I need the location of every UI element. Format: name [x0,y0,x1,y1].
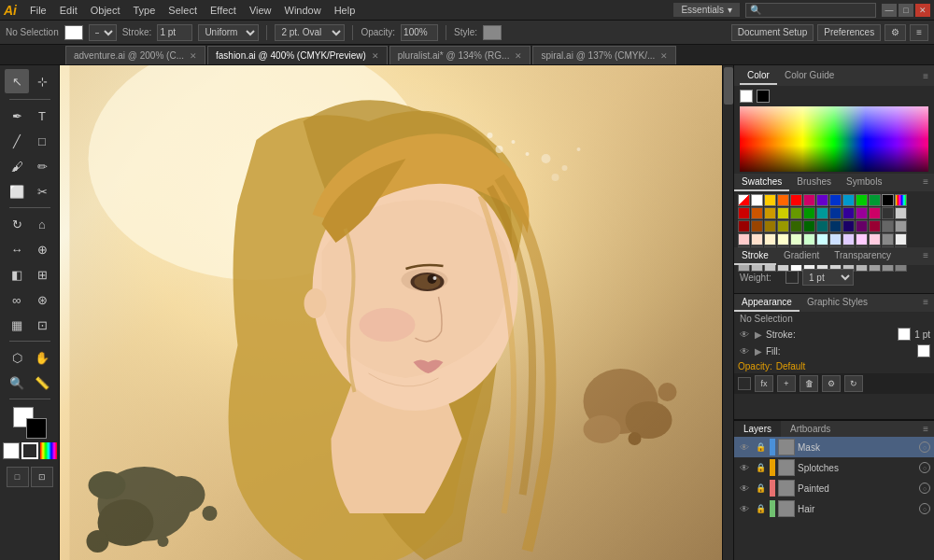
sw-1-1[interactable] [751,220,763,232]
tab-layers[interactable]: Layers [734,421,781,437]
sw-orange[interactable] [777,194,789,206]
tab-transparency[interactable]: Transparency [827,247,899,265]
tab-artboards[interactable]: Artboards [781,421,840,437]
layer-circle-splotches[interactable]: ○ [919,462,930,473]
sw-dkgreen[interactable] [869,194,881,206]
refresh-icon-btn[interactable]: ↻ [844,375,863,392]
tab-appearance[interactable]: Appearance [734,294,800,312]
layer-row-painted[interactable]: 👁 🔒 Painted ○ [734,478,934,498]
sw-2-4[interactable] [790,233,802,245]
sw-black[interactable] [882,194,894,206]
tab-spiral[interactable]: spiral.ai @ 137% (CMYK/... ✕ [532,46,676,64]
layer-eye-hair[interactable]: 👁 [738,502,751,515]
sw-magenta[interactable] [803,194,815,206]
gradient-tool[interactable]: ◧ [5,262,29,287]
stroke-weight-select[interactable]: 1 pt [802,269,854,286]
sw-0-0[interactable] [738,207,750,219]
scrollbar-thumb[interactable] [724,67,733,105]
sw-2-8[interactable] [842,233,855,245]
fill-color-swatch[interactable] [64,25,83,40]
menu-type[interactable]: Type [128,3,162,18]
sw-2-12[interactable] [895,233,907,245]
type-tool[interactable]: T [30,104,54,128]
tab-fashion[interactable]: fashion.ai @ 400% (CMYK/Preview) ✕ [207,46,388,64]
tab-pluralist[interactable]: pluralist.ai* @ 134% (RG... ✕ [389,46,531,64]
sw-none[interactable] [738,194,750,206]
shape-builder[interactable]: ⊕ [30,237,54,261]
sw-2-2[interactable] [764,233,776,245]
sw-1-4[interactable] [790,220,802,232]
sw-0-2[interactable] [764,207,776,219]
search-input[interactable] [745,3,876,18]
brush-select[interactable]: 2 pt. Oval [275,24,345,41]
tab-color[interactable]: Color [740,67,777,85]
layer-eye-mask[interactable]: 👁 [738,441,751,454]
sw-violet[interactable] [816,194,828,206]
color-spectrum[interactable] [740,106,928,172]
sw-1-6[interactable] [816,220,828,232]
maximize-button[interactable]: □ [899,4,913,17]
color-panel-menu[interactable]: ≡ [923,71,928,81]
tab-brushes[interactable]: Brushes [789,174,839,191]
tab-close-fashion[interactable]: ✕ [372,51,379,61]
white-swatch[interactable] [740,90,753,103]
vertical-scrollbar[interactable] [722,65,733,560]
sw-0-5[interactable] [803,207,815,219]
sw-0-9[interactable] [856,207,868,219]
sw-1-11[interactable] [882,220,894,232]
stroke-mode-button[interactable] [21,442,38,459]
sw-2-9[interactable] [856,233,868,245]
sw-1-7[interactable] [829,220,842,232]
layer-row-hair[interactable]: 👁 🔒 Hair ○ [734,498,934,519]
stroke-panel-menu[interactable]: ≡ [917,247,934,265]
sw-2-0[interactable] [738,233,750,245]
direct-selection-tool[interactable]: ⊹ [30,69,54,93]
document-setup-button[interactable]: Document Setup [731,24,814,41]
menu-file[interactable]: File [24,3,52,18]
sw-0-10[interactable] [869,207,881,219]
sw-2-6[interactable] [816,233,828,245]
fill-visibility-icon[interactable]: 👁 [738,344,751,357]
sw-1-8[interactable] [842,220,855,232]
sw-2-11[interactable] [882,233,894,245]
preferences-button[interactable]: Preferences [817,24,881,41]
sw-blue[interactable] [829,194,842,206]
gradient-mode-button[interactable] [40,442,57,459]
sw-0-4[interactable] [790,207,802,219]
fx-button[interactable]: fx [755,375,773,392]
menu-edit[interactable]: Edit [54,3,83,18]
options-extra-button[interactable]: ⚙ [884,24,906,41]
menu-help[interactable]: Help [329,3,361,18]
layer-circle-painted[interactable]: ○ [919,483,930,494]
stroke-color-swatch[interactable] [898,328,911,341]
sw-1-2[interactable] [764,220,776,232]
rect-tool[interactable]: □ [30,129,54,153]
scissors-tool[interactable]: ✂ [30,179,54,203]
menu-object[interactable]: Object [85,3,126,18]
layer-lock-mask[interactable]: 🔒 [754,441,767,454]
swatches-panel-menu[interactable]: ≡ [917,174,934,191]
layer-row-splotches[interactable]: 👁 🔒 Splotches ○ [734,457,934,478]
layer-eye-splotches[interactable]: 👁 [738,461,751,474]
width-tool[interactable]: ↔ [5,237,29,261]
tab-graphic-styles[interactable]: Graphic Styles [800,294,875,312]
slice-tool[interactable]: ⬡ [5,345,29,370]
sw-0-8[interactable] [842,207,855,219]
artboard-tool[interactable]: ⊡ [30,313,54,337]
measure-tool[interactable]: 📏 [30,371,54,395]
sw-2-10[interactable] [869,233,881,245]
layer-lock-painted[interactable]: 🔒 [754,482,767,495]
sw-2-3[interactable] [777,233,789,245]
sw-0-11[interactable] [882,207,894,219]
fill-mode-button[interactable] [3,442,20,459]
stroke-visibility-icon[interactable]: 👁 [738,328,751,341]
menu-view[interactable]: View [244,3,277,18]
appearance-panel-menu[interactable]: ≡ [917,294,934,312]
style-swatch[interactable] [483,25,502,40]
stroke-type-select[interactable]: Uniform [198,24,259,41]
sw-red[interactable] [790,194,802,206]
selection-tool[interactable]: ↖ [5,69,29,93]
sw-spectrum[interactable] [895,194,907,206]
sw-cyan[interactable] [842,194,855,206]
minimize-button[interactable]: — [882,4,897,17]
